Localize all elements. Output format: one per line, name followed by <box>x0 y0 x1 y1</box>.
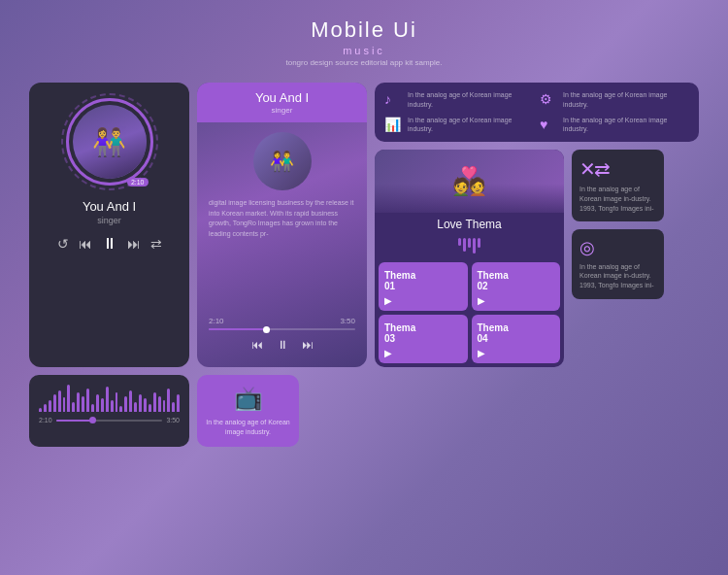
main-content: 👫 2:10 You And I singer ↺ ⏮ ⏸ ⏭ ⇄ You An… <box>0 83 728 367</box>
play-pause-button[interactable]: ⏸ <box>102 235 117 253</box>
love-bar <box>468 238 471 248</box>
eq-time-start: 2:10 <box>39 417 52 423</box>
chart-icon: 📊 <box>384 117 402 132</box>
eq-bar <box>158 396 161 412</box>
next-button[interactable]: ⏭ <box>127 236 141 252</box>
feature-item-4: ♥ In the analog age of Korean image indu… <box>540 116 689 135</box>
thema-grid: Thema01 ▶ Thema02 ▶ Thema03 ▶ Thema04 ▶ <box>375 258 564 367</box>
thema-play-2[interactable]: ▶ <box>478 295 555 306</box>
player-card: 👫 2:10 You And I singer ↺ ⏮ ⏸ ⏭ ⇄ <box>29 83 189 367</box>
eq-bar <box>116 392 118 412</box>
love-bar <box>473 238 476 254</box>
eq-bar <box>63 397 66 412</box>
player-controls: ↺ ⏮ ⏸ ⏭ ⇄ <box>57 235 162 253</box>
love-bar <box>463 238 466 252</box>
thema-play-4[interactable]: ▶ <box>478 348 555 358</box>
eq-progress-bar[interactable] <box>56 420 163 422</box>
album-art: 👫 <box>73 105 147 179</box>
love-thema-title: Love Thema <box>375 213 564 236</box>
feature-text-4: In the analog age of Korean image indust… <box>563 116 689 135</box>
bottom-bar: 2:10 3:50 📺 In the analog age of Korean … <box>0 375 728 447</box>
app-description: tongro design source editorial app kit s… <box>0 58 728 67</box>
eq-bar <box>67 385 70 412</box>
thema-play-1[interactable]: ▶ <box>384 295 462 306</box>
eq-progress-row: 2:10 3:50 <box>39 417 180 423</box>
eq-bar <box>53 394 56 412</box>
now-prev-button[interactable]: ⏮ <box>251 338 263 352</box>
now-play-button[interactable]: ⏸ <box>277 338 288 352</box>
now-playing-header: You And I singer <box>197 83 367 122</box>
eq-bar <box>172 402 175 412</box>
small-cards-column: ✕⇄ In the analog age of Korean image in-… <box>572 150 664 367</box>
eq-progress-dot <box>89 417 96 423</box>
ring-time: 2:10 <box>127 178 149 186</box>
eq-bar <box>149 404 151 412</box>
player-artist: singer <box>97 216 121 225</box>
thema-label-2: Thema02 <box>478 270 555 291</box>
shuffle-cross-icon: ✕⇄ <box>579 157 656 181</box>
eq-bar <box>139 394 142 412</box>
eq-bar <box>96 394 99 412</box>
app-subtitle: music <box>0 45 728 56</box>
thema-item-2[interactable]: Thema02 ▶ <box>472 262 561 311</box>
prev-button[interactable]: ⏮ <box>79 236 92 252</box>
small-text-1: In the analog age of Korean image in-dus… <box>579 185 656 213</box>
tv-icon: 📺 <box>234 385 263 412</box>
now-artist: singer <box>209 106 355 115</box>
eq-bar <box>91 404 94 412</box>
eq-bar <box>167 389 170 412</box>
eq-bar <box>163 400 166 412</box>
thema-label-1: Thema01 <box>384 270 462 291</box>
now-playing-card: You And I singer 👫 digital image licensi… <box>197 83 367 367</box>
app-title: Mobile Ui <box>0 17 728 43</box>
thema-play-3[interactable]: ▶ <box>384 348 462 358</box>
now-progress-area: 2:10 3:50 <box>209 317 355 330</box>
thema-label-4: Thema04 <box>478 322 555 344</box>
eq-bar <box>39 408 42 412</box>
right-column: ♪ In the analog age of Korean image indu… <box>375 83 699 367</box>
repeat-button[interactable]: ↺ <box>57 236 69 252</box>
thema-item-1[interactable]: Thema01 ▶ <box>379 262 468 311</box>
progress-times: 2:10 3:50 <box>209 317 355 325</box>
love-image: 💑 <box>375 150 564 213</box>
eq-bar <box>58 390 61 412</box>
vinyl-ring: 👫 2:10 <box>66 98 153 186</box>
now-title: You And I <box>209 90 355 105</box>
heart-icon: ♥ <box>540 117 557 132</box>
eq-bar <box>77 392 80 412</box>
eq-bar <box>129 390 132 412</box>
eq-time-end: 3:50 <box>166 417 180 423</box>
player-song-title: You And I <box>83 199 136 214</box>
progress-time-end: 3:50 <box>340 317 355 325</box>
now-next-button[interactable]: ⏭ <box>302 338 314 352</box>
thema-item-4[interactable]: Thema04 ▶ <box>472 315 561 363</box>
now-description: digital image licensing business by the … <box>209 198 355 239</box>
progress-bar[interactable] <box>209 328 355 330</box>
shuffle-info-card: ✕⇄ In the analog age of Korean image in-… <box>572 150 664 220</box>
progress-time-start: 2:10 <box>209 317 224 325</box>
now-album-art: 👫 <box>253 132 312 190</box>
thema-item-3[interactable]: Thema03 ▶ <box>379 315 468 363</box>
header: Mobile Ui music tongro design source edi… <box>0 0 728 75</box>
small-text-2: In the analog age of Korean image in-dus… <box>579 262 656 290</box>
music-note-icon: ♪ <box>384 91 402 107</box>
eq-bar <box>153 392 156 412</box>
love-bar <box>458 238 461 246</box>
shuffle-button[interactable]: ⇄ <box>150 236 162 252</box>
tv-text: In the analog age of Korean image indust… <box>205 418 291 437</box>
now-playing-body: 👫 digital image licensing business by th… <box>197 122 367 367</box>
eq-progress-fill <box>56 420 93 422</box>
now-controls: ⏮ ⏸ ⏭ <box>209 338 355 357</box>
love-overlay <box>375 184 564 213</box>
feature-text-2: In the analog age of Korean image indust… <box>563 90 689 110</box>
progress-fill <box>209 328 267 330</box>
couple-icon: 👫 <box>92 126 126 158</box>
radio-info-card: ◎ In the analog age of Korean image in-d… <box>572 229 664 299</box>
eq-bar <box>86 389 89 412</box>
eq-bar <box>44 404 47 412</box>
feature-item-1: ♪ In the analog age of Korean image indu… <box>384 90 534 110</box>
settings-icon: ⚙ <box>540 91 557 107</box>
progress-dot <box>263 326 270 333</box>
eq-bars <box>39 383 180 412</box>
eq-bar <box>106 387 109 412</box>
